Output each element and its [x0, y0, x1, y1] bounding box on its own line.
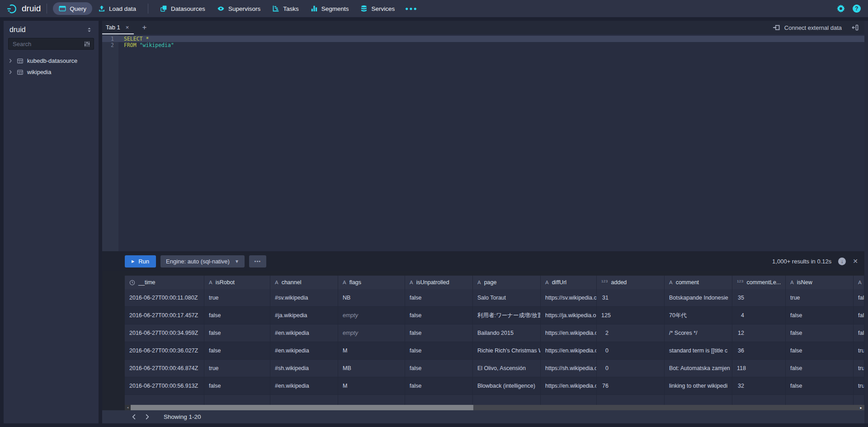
- cell-page[interactable]: Blowback (intelligence): [473, 377, 541, 395]
- cell-flags[interactable]: MB: [338, 360, 405, 377]
- cell-col[interactable]: false: [854, 307, 864, 324]
- cell-time[interactable]: 2016-06-27T00:00:17.457Z: [125, 307, 204, 324]
- cell-diffurl[interactable]: https://sh.wikipedia.org: [541, 360, 597, 377]
- cell-isunpatrolled[interactable]: false: [405, 307, 473, 324]
- column-header-diffurl[interactable]: AdiffUrl: [541, 276, 597, 289]
- cell-time[interactable]: 2016-06-27T00:00:46.874Z: [125, 360, 204, 377]
- column-header-time[interactable]: __time: [125, 276, 204, 289]
- sql-editor[interactable]: 1SELECT *2FROM "wikipedia": [102, 34, 864, 251]
- cell-isrobot[interactable]: false: [204, 342, 270, 360]
- column-header-col[interactable]: A: [854, 276, 864, 289]
- tab-tab1[interactable]: Tab 1 ×: [102, 21, 134, 34]
- cell-channel[interactable]: #sv.wikipedia: [270, 289, 338, 307]
- cell-page[interactable]: Bailando 2015: [473, 324, 541, 342]
- cell-col[interactable]: false: [854, 289, 864, 307]
- download-icon[interactable]: ↓: [838, 258, 846, 265]
- cell-channel[interactable]: #en.wikipedia: [270, 342, 338, 360]
- cell-commentle[interactable]: 4: [732, 307, 786, 324]
- column-header-isunpatrolled[interactable]: AisUnpatrolled: [405, 276, 473, 289]
- scroll-right-arrow[interactable]: ▸: [858, 405, 864, 410]
- cell-channel[interactable]: #en.wikipedia: [270, 377, 338, 395]
- cell-comment[interactable]: /* Scores */: [665, 324, 732, 342]
- cell-added[interactable]: 76: [597, 377, 665, 395]
- run-button[interactable]: ▶ Run: [125, 255, 156, 267]
- cell-flags[interactable]: NB: [338, 289, 405, 307]
- nav-item-services[interactable]: Services: [354, 2, 401, 15]
- chevron-right-icon[interactable]: [8, 58, 13, 63]
- cell-flags[interactable]: empty: [338, 307, 405, 324]
- cell-channel[interactable]: #sh.wikipedia: [270, 360, 338, 377]
- cell-diffurl[interactable]: https://en.wikipedia.org: [541, 377, 597, 395]
- column-header-isrobot[interactable]: AisRobot: [204, 276, 270, 289]
- cell-isunpatrolled[interactable]: false: [405, 342, 473, 360]
- column-header-channel[interactable]: Achannel: [270, 276, 338, 289]
- cell-commentle[interactable]: 35: [732, 289, 786, 307]
- new-tab-button[interactable]: +: [139, 23, 149, 32]
- nav-item-supervisors[interactable]: Supervisors: [211, 2, 266, 15]
- column-header-comment[interactable]: Acomment: [665, 276, 732, 289]
- cell-time[interactable]: 2016-06-27T00:00:36.027Z: [125, 342, 204, 360]
- cell-page[interactable]: Richie Rich's Christmas W: [473, 342, 541, 360]
- nav-item-datasources[interactable]: Datasources: [154, 2, 211, 15]
- search-input[interactable]: [12, 40, 84, 48]
- tree-item-kubedb-datasource[interactable]: kubedb-datasource: [4, 55, 99, 66]
- column-header-added[interactable]: 123added: [597, 276, 665, 289]
- cell-diffurl[interactable]: https://ja.wikipedia.org/: [541, 307, 597, 324]
- cell-channel[interactable]: #ja.wikipedia: [270, 307, 338, 324]
- cell-flags[interactable]: empty: [338, 324, 405, 342]
- cell-page[interactable]: El Olivo, Ascensión: [473, 360, 541, 377]
- scroll-left-arrow[interactable]: ◂: [125, 405, 131, 410]
- chevron-right-icon[interactable]: [8, 70, 13, 75]
- column-header-page[interactable]: Apage: [473, 276, 541, 289]
- cell-isrobot[interactable]: true: [204, 289, 270, 307]
- cell-diffurl[interactable]: https://sv.wikipedia.org/: [541, 289, 597, 307]
- cell-col[interactable]: true: [854, 377, 864, 395]
- nav-item-load-data[interactable]: Load data: [92, 2, 142, 15]
- cell-diffurl[interactable]: https://en.wikipedia.org: [541, 324, 597, 342]
- cell-added[interactable]: 0: [597, 342, 665, 360]
- cell-flags[interactable]: M: [338, 377, 405, 395]
- close-results-icon[interactable]: ✕: [853, 258, 858, 265]
- cell-isrobot[interactable]: false: [204, 377, 270, 395]
- cell-isrobot[interactable]: false: [204, 307, 270, 324]
- cell-isnew[interactable]: false: [786, 342, 854, 360]
- cell-commentle[interactable]: 36: [732, 342, 786, 360]
- cell-isnew[interactable]: false: [786, 377, 854, 395]
- cell-channel[interactable]: #en.wikipedia: [270, 324, 338, 342]
- engine-select-button[interactable]: Engine: auto (sql-native) ▼: [160, 255, 245, 267]
- prev-page-chevron-icon[interactable]: [127, 413, 141, 420]
- cell-page[interactable]: 利用者:ワーナー成増/放置: [473, 307, 541, 324]
- tree-item-wikipedia[interactable]: wikipedia: [4, 66, 99, 78]
- cell-flags[interactable]: M: [338, 342, 405, 360]
- cell-time[interactable]: 2016-06-27T00:00:34.959Z: [125, 324, 204, 342]
- column-header-flags[interactable]: Aflags: [338, 276, 405, 289]
- cell-time[interactable]: 2016-06-27T00:00:11.080Z: [125, 289, 204, 307]
- cell-comment[interactable]: Botskapande Indonesie: [665, 289, 732, 307]
- cell-diffurl[interactable]: https://en.wikipedia.org: [541, 342, 597, 360]
- cell-page[interactable]: Salo Toraut: [473, 289, 541, 307]
- scrollbar-thumb[interactable]: [131, 405, 473, 410]
- cell-comment[interactable]: 70年代: [665, 307, 732, 324]
- sort-carets-icon[interactable]: [86, 27, 92, 33]
- editor-line[interactable]: 2FROM "wikipedia": [102, 42, 864, 48]
- cell-comment[interactable]: linking to other wikipedi: [665, 377, 732, 395]
- cell-comment[interactable]: Bot: Automatska zamjen: [665, 360, 732, 377]
- cell-isrobot[interactable]: false: [204, 324, 270, 342]
- cell-added[interactable]: 0: [597, 360, 665, 377]
- cell-commentle[interactable]: 32: [732, 377, 786, 395]
- cell-col[interactable]: true: [854, 342, 864, 360]
- cell-comment[interactable]: standard term is [[title c: [665, 342, 732, 360]
- nav-more-button[interactable]: ●●●: [401, 3, 422, 14]
- cell-isnew[interactable]: true: [786, 289, 854, 307]
- cell-isunpatrolled[interactable]: false: [405, 289, 473, 307]
- cell-col[interactable]: true: [854, 360, 864, 377]
- column-header-isnew[interactable]: AisNew: [786, 276, 854, 289]
- cell-added[interactable]: 2: [597, 324, 665, 342]
- nav-item-query[interactable]: Query: [53, 2, 92, 15]
- cell-isunpatrolled[interactable]: false: [405, 377, 473, 395]
- cell-isunpatrolled[interactable]: false: [405, 360, 473, 377]
- nav-item-segments[interactable]: Segments: [305, 2, 355, 15]
- cell-col[interactable]: false: [854, 324, 864, 342]
- help-icon[interactable]: ?: [853, 5, 861, 13]
- editor-line[interactable]: 1SELECT *: [102, 36, 864, 42]
